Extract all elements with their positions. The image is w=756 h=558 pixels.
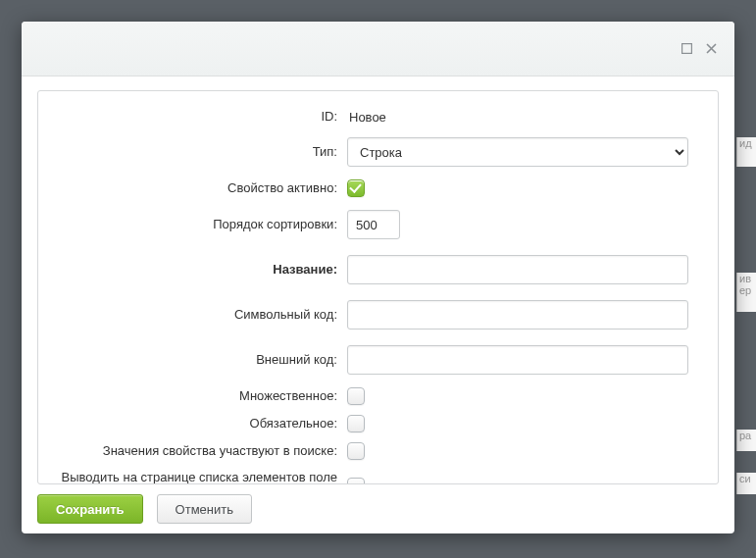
label-filter-on-list: Выводить на странице списка элементов по… [48,470,347,483]
row-active: Свойство активно: [48,179,688,197]
filter-on-list-checkbox[interactable] [347,478,365,484]
row-searchable: Значения свойства участвуют в поиске: [48,442,688,460]
label-external-code: Внешний код: [48,352,347,368]
type-select[interactable]: Строка [347,137,688,167]
form-scroll-container: ID: Новое Тип: Строка Свойство активно: [37,90,719,484]
background-fragment: ра [736,430,756,451]
label-sort: Порядок сортировки: [48,217,347,232]
row-external-code: Внешний код: [48,342,688,378]
property-dialog: ID: Новое Тип: Строка Свойство активно: [22,22,734,533]
row-filter-on-list: Выводить на странице списка элементов по… [48,470,688,483]
svg-rect-0 [682,44,692,54]
background-fragment: ид [736,137,756,167]
external-code-input[interactable] [347,345,688,375]
label-name: Название: [48,262,347,278]
dialog-footer: Сохранить Отменить [37,484,719,524]
property-form[interactable]: ID: Новое Тип: Строка Свойство активно: [38,91,718,483]
sort-input[interactable] [347,210,400,239]
dialog-body: ID: Новое Тип: Строка Свойство активно: [22,76,734,533]
cancel-button[interactable]: Отменить [157,494,252,524]
code-input[interactable] [347,300,688,330]
row-id: ID: Новое [48,109,688,125]
label-required: Обязательное: [48,416,347,431]
row-required: Обязательное: [48,415,688,432]
maximize-icon[interactable] [681,43,692,54]
multiple-checkbox[interactable] [347,387,365,405]
dialog-titlebar [22,22,734,76]
close-icon[interactable] [706,43,717,54]
searchable-checkbox[interactable] [347,442,365,460]
value-id: Новое [347,110,386,125]
row-name: Название: [48,252,688,287]
row-type: Тип: Строка [48,134,688,170]
row-sort: Порядок сортировки: [48,207,688,242]
label-id: ID: [48,109,347,125]
row-code: Символьный код: [48,297,688,332]
label-active: Свойство активно: [48,180,347,196]
label-type: Тип: [48,144,347,160]
active-checkbox[interactable] [347,179,365,197]
name-input[interactable] [347,255,688,284]
required-checkbox[interactable] [347,415,365,432]
label-searchable: Значения свойства участвуют в поиске: [48,443,347,459]
row-multiple: Множественное: [48,387,688,405]
save-button[interactable]: Сохранить [37,494,143,524]
background-fragment: ивер [736,273,756,312]
background-fragment: си [736,473,756,494]
label-code: Символьный код: [48,307,347,323]
label-multiple: Множественное: [48,388,347,404]
